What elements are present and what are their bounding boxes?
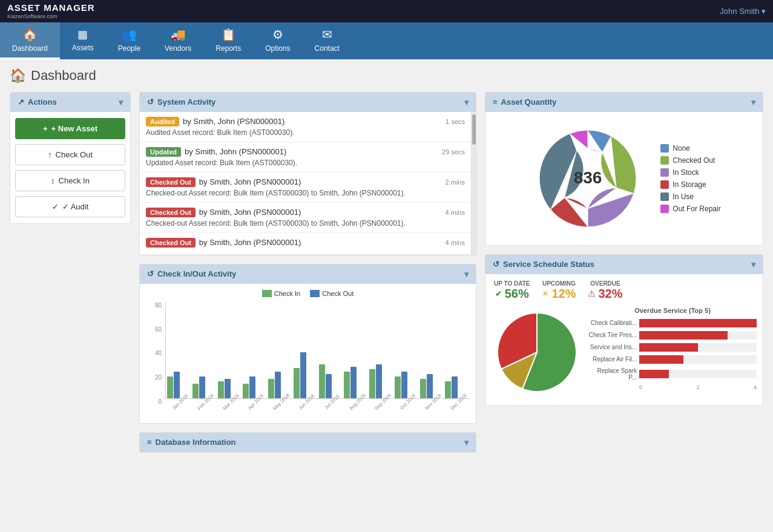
legend-label: Out For Repair (673, 205, 720, 213)
actions-body: + + New Asset ↑ Check Out ↕ Check In ✓ ✓… (10, 112, 130, 223)
checkout-bar (376, 364, 382, 398)
check-out-label: Check Out (56, 150, 93, 159)
nav-label-options: Options (265, 44, 290, 53)
actions-title: Actions (28, 97, 57, 107)
checkin-bar (192, 384, 199, 398)
database-info-header: ≡ Database Information ▾ (140, 433, 476, 452)
check-out-button[interactable]: ↑ Check Out (15, 144, 125, 165)
nav-label-people: People (118, 44, 140, 53)
y-label: 40 (155, 350, 162, 356)
activity-content: Audited by Smith, John (PSN000001) 1 sec… (140, 112, 476, 255)
svc-bar-label: Service and Ins... (588, 344, 637, 350)
checkin-bar (167, 376, 173, 398)
new-asset-button[interactable]: + + New Asset (15, 118, 125, 139)
activity-by: by Smith, John (PSN000001) (199, 208, 301, 217)
bars-wrapper (165, 302, 470, 399)
activity-badge: Checked Out (146, 177, 196, 187)
checkin-bar (395, 376, 401, 398)
audit-button[interactable]: ✓ ✓ Audit (15, 196, 125, 217)
legend-item: Checked Out (660, 156, 720, 165)
scroll-bar[interactable] (471, 112, 476, 255)
nav-item-assets[interactable]: ▦ Assets (60, 22, 106, 59)
legend-dot (660, 192, 669, 201)
y-axis: 806040200 (146, 302, 164, 405)
nav-item-contact[interactable]: ✉ Contact (303, 22, 352, 59)
svc-bar-row: Check Calibrati... (588, 319, 757, 327)
page-title-container: 🏠 Dashboard (10, 68, 763, 84)
service-title: Service Schedule Status (503, 260, 594, 269)
checkinout-card: ↺ Check In/Out Activity ▾ Check In Check (139, 264, 476, 424)
nav-item-dashboard[interactable]: 🏠 Dashboard (0, 22, 60, 59)
checkin-legend-label: Check In (274, 290, 300, 297)
actions-chevron[interactable]: ▾ (119, 97, 123, 107)
people-icon: 👥 (122, 27, 137, 42)
svc-bar-row: Replace Air Fil... (588, 355, 757, 364)
nav-item-vendors[interactable]: 🚚 Vendors (153, 22, 203, 59)
activity-time: 2 mins (446, 179, 465, 186)
nav-label-dashboard: Dashboard (12, 44, 48, 53)
page-content: 🏠 Dashboard ↗ Actions ▾ + + New Asset (0, 59, 773, 461)
activity-time: 1 secs (446, 118, 465, 125)
service-bars: Overdue Service (Top 5) Check Calibrati.… (588, 307, 757, 399)
svc-bar-track (639, 370, 757, 378)
system-activity-chevron[interactable]: ▾ (464, 97, 469, 107)
checkout-color (310, 290, 320, 297)
svc-bar-track (639, 319, 757, 327)
top-bar: ASSET MANAGER KaizenSoftware.com John Sm… (0, 0, 773, 22)
new-asset-label: + New Asset (51, 124, 97, 133)
legend-label: Checked Out (673, 156, 715, 165)
svc-bar-label: Replace Spark P... (588, 367, 637, 381)
svc-x-axis: 0 2 4 (588, 384, 757, 390)
nav-item-people[interactable]: 👥 People (106, 22, 153, 59)
checkinout-chevron[interactable]: ▾ (464, 269, 469, 279)
nav-item-options[interactable]: ⚙ Options (253, 22, 302, 59)
warning-icon: ⚠ (588, 289, 596, 298)
checkout-bar (249, 376, 255, 398)
activity-desc: Audited Asset record: Bulk Item (AST0000… (146, 128, 465, 137)
col-right: ≡ Asset Quantity ▾ 836 NoneChecked OutIn… (485, 92, 763, 453)
activity-item: Checked Out by Smith, John (PSN000001) 2… (140, 172, 471, 203)
upcoming-label: UPCOMING (542, 280, 576, 287)
check-in-button[interactable]: ↕ Check In (15, 170, 125, 191)
reports-icon: 📋 (221, 27, 236, 42)
legend-dot (660, 144, 669, 153)
svc-bar-track (639, 355, 757, 364)
legend-item: None (660, 144, 720, 153)
activity-desc: Checked-out Asset record: Bulk Item (AST… (146, 219, 465, 228)
activity-by: by Smith, John (PSN000001) (183, 117, 285, 126)
legend-dot (660, 205, 669, 213)
activity-list[interactable]: Audited by Smith, John (PSN000001) 1 sec… (140, 112, 471, 255)
x-labels: Jan 2018Feb 2018Mar 2018Apr 2018May 2018… (165, 399, 470, 424)
activity-desc: Checked-out Asset record: Bulk Item (AST… (146, 189, 465, 197)
database-info-card: ≡ Database Information ▾ (139, 432, 476, 453)
y-label: 60 (155, 326, 162, 333)
donut-legend: NoneChecked OutIn StockIn StorageIn UseO… (660, 144, 720, 213)
check-circle-icon: ✔ (495, 289, 502, 298)
svc-bars-container: Check Calibrati... Check Tire Pres... Se… (588, 319, 757, 381)
system-activity-title: System Activity (157, 97, 215, 107)
activity-badge: Updated (146, 147, 181, 157)
svc-bar-row: Service and Ins... (588, 343, 757, 352)
logo-title: ASSET MANAGER (7, 2, 95, 13)
activity-desc: Updated Asset record: Bulk Item (AST0000… (146, 159, 465, 167)
user-menu[interactable]: John Smith ▾ (720, 7, 766, 16)
legend-label: In Use (673, 192, 694, 201)
y-label: 80 (155, 302, 162, 309)
nav-label-reports: Reports (215, 44, 241, 53)
svc-bar-fill (639, 343, 698, 352)
svc-bar-fill (639, 370, 669, 378)
asset-quantity-chevron[interactable]: ▾ (751, 97, 755, 107)
bar-chart-container: Check In Check Out 806040200 (140, 284, 476, 423)
legend-dot (660, 180, 669, 189)
overdue-label: OVERDUE (590, 280, 620, 287)
service-chevron[interactable]: ▾ (751, 260, 755, 269)
legend-item: In Storage (660, 180, 720, 189)
db-chevron[interactable]: ▾ (464, 438, 469, 447)
activity-by: by Smith, John (PSN000001) (199, 177, 301, 186)
nav-item-reports[interactable]: 📋 Reports (203, 22, 253, 59)
legend-item: Out For Repair (660, 205, 720, 213)
contact-icon: ✉ (322, 27, 332, 42)
checkinout-icon: ↺ (147, 269, 154, 278)
checkout-legend: Check Out (310, 290, 354, 297)
scroll-thumb[interactable] (472, 114, 476, 145)
